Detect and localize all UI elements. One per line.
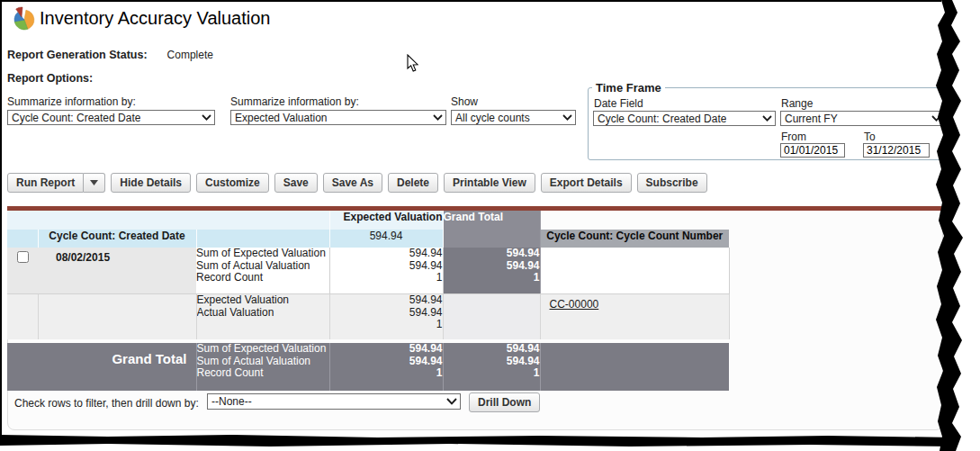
metric-label: Expected Valuation [197, 294, 329, 307]
grand-total-empty-cell [540, 343, 729, 391]
metric-value: 594.94 [330, 248, 443, 260]
range-label: Range [781, 97, 813, 110]
grand-value: 594.94 [444, 260, 540, 273]
range-value: Current FY [785, 113, 838, 125]
report-page: Inventory Accuracy Valuation Report Gene… [0, 0, 980, 451]
time-frame-fieldset: Time Frame Date Field Cycle Count: Creat… [588, 81, 950, 160]
expected-valuation-subheader: 594.94 [329, 230, 443, 248]
metric-label: Record Count [197, 367, 329, 380]
header-spacer [7, 211, 329, 230]
detail-grand-total-cell [443, 294, 540, 340]
export-details-button[interactable]: Export Details [541, 173, 632, 193]
grand-total-column-header: Grand Total [443, 211, 540, 230]
metric-label: Sum of Expected Valuation [197, 343, 329, 356]
page-title: Inventory Accuracy Valuation [40, 8, 270, 29]
chevron-down-icon [202, 114, 211, 121]
summarize-2-value: Expected Valuation [235, 112, 328, 124]
metric-value: 594.94 [330, 260, 443, 273]
row-checkbox-cell [7, 248, 38, 294]
expected-valuation-column-header: Expected Valuation [329, 211, 443, 230]
chevron-down-icon [562, 114, 572, 121]
date-field-label: Date Field [594, 97, 643, 110]
date-field-select[interactable]: Cycle Count: Created Date [593, 111, 776, 126]
subscribe-button[interactable]: Subscribe [637, 173, 707, 193]
summarize-2-select[interactable]: Expected Valuation [230, 110, 446, 125]
grand-value: 594.94 [330, 356, 443, 368]
drill-down-button[interactable]: Drill Down [469, 392, 540, 412]
chevron-down-icon [762, 115, 772, 122]
group-row: 08/02/2015 Sum of Expected Valuation Sum… [7, 248, 729, 294]
chevron-down-icon [433, 114, 443, 121]
grand-total-row-title: Grand Total [7, 343, 196, 391]
to-label: To [864, 131, 876, 143]
drill-down-select[interactable]: --None-- [207, 393, 461, 410]
time-frame-legend: Time Frame [592, 81, 665, 95]
show-value: All cycle counts [455, 112, 530, 124]
printable-view-button[interactable]: Printable View [444, 173, 535, 193]
detail-cc-number-cell: CC-00000 [540, 294, 729, 340]
hide-details-button[interactable]: Hide Details [111, 173, 191, 193]
detail-date-cell [38, 294, 196, 340]
date-field-value: Cycle Count: Created Date [598, 113, 726, 125]
report-options-label: Report Options: [7, 72, 93, 85]
grand-value: 1 [444, 272, 540, 284]
group-metric-labels: Sum of Expected Valuation Sum of Actual … [196, 248, 329, 294]
detail-checkbox-cell [7, 294, 38, 340]
chevron-down-icon [446, 398, 457, 405]
grand-value: 594.94 [444, 356, 540, 368]
run-report-button[interactable]: Run Report [7, 173, 84, 193]
metric-value: 594.94 [330, 294, 443, 307]
header-row-2: Cycle Count: Created Date 594.94 Cycle C… [7, 230, 729, 248]
row-checkbox[interactable] [17, 251, 29, 263]
customize-button[interactable]: Customize [196, 173, 269, 193]
grand-total-row: Grand Total Sum of Expected Valuation Su… [7, 343, 729, 391]
group-grand-total-values: 594.94 594.94 1 [443, 248, 540, 294]
from-date-input[interactable] [780, 143, 845, 158]
report-toolbar: Run Report Hide Details Customize Save S… [7, 173, 707, 193]
mouse-cursor-icon [407, 54, 420, 73]
metric-label: Sum of Expected Valuation [196, 248, 329, 260]
report-generation-status-label: Report Generation Status: [7, 49, 148, 61]
from-label: From [781, 131, 806, 143]
show-label: Show [451, 95, 478, 108]
save-as-button[interactable]: Save As [323, 173, 382, 193]
grand-value: 1 [330, 367, 443, 380]
grand-total-grand-values: 594.94 594.94 1 [443, 343, 540, 391]
chevron-down-icon [931, 115, 941, 122]
grand-value: 594.94 [444, 343, 540, 356]
group-values: 594.94 594.94 1 [329, 248, 443, 294]
summarize-1-label: Summarize information by: [7, 95, 136, 108]
drill-down-label: Check rows to filter, then drill down by… [14, 397, 199, 410]
metric-label: Sum of Actual Valuation [197, 356, 329, 368]
metric-column-header [196, 230, 329, 248]
detail-metric-labels: Expected Valuation Actual Valuation [196, 294, 329, 340]
range-select[interactable]: Current FY [780, 111, 945, 126]
detail-row: Expected Valuation Actual Valuation 594.… [7, 294, 729, 340]
group-date-cell: 08/02/2015 [38, 248, 196, 294]
checkbox-column-header [7, 230, 38, 248]
report-pie-chart-icon [9, 5, 38, 32]
run-report-menu-arrow[interactable] [84, 173, 105, 193]
report-generation-status-value: Complete [167, 49, 213, 61]
metric-label: Sum of Actual Valuation [196, 260, 329, 273]
cycle-count-record-link[interactable]: CC-00000 [550, 298, 599, 311]
header-empty-cell [540, 211, 729, 230]
save-button[interactable]: Save [274, 173, 318, 193]
metric-value: 594.94 [330, 307, 443, 320]
summarize-2-label: Summarize information by: [230, 95, 359, 108]
header-row-1: Expected Valuation Grand Total [7, 211, 729, 230]
summarize-1-select[interactable]: Cycle Count: Created Date [7, 110, 215, 125]
grand-value: 594.94 [330, 343, 443, 356]
group-cc-number-cell [540, 248, 729, 294]
report-table: Expected Valuation Grand Total Cycle Cou… [7, 211, 730, 391]
delete-button[interactable]: Delete [388, 173, 438, 193]
to-date-input[interactable] [863, 143, 930, 158]
metric-value: 1 [330, 272, 443, 284]
grand-total-subheader [443, 230, 540, 248]
drill-down-value: --None-- [211, 395, 252, 408]
show-select[interactable]: All cycle counts [451, 110, 576, 125]
cycle-count-number-column-header: Cycle Count: Cycle Count Number [540, 230, 729, 248]
grand-total-metric-labels: Sum of Expected Valuation Sum of Actual … [196, 343, 329, 391]
grand-total-values: 594.94 594.94 1 [329, 343, 443, 391]
grand-value: 594.94 [444, 248, 540, 260]
